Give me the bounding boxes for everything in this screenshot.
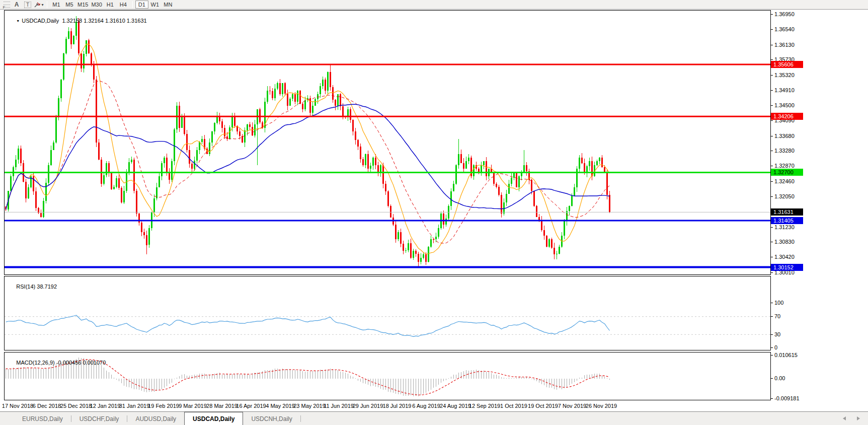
chart-tabbar: EURUSD,DailyUSDCHF,DailyAUDUSD,DailyUSDC… <box>0 411 868 425</box>
price-tick-label: 1.32460 <box>774 178 795 185</box>
rsi-axis-label: 70 <box>774 313 780 320</box>
date-label: 28 Mar 2019 <box>206 403 238 409</box>
macd-axis-label: 0.00 <box>774 375 785 382</box>
tab-usdcnh[interactable]: USDCNH,Daily <box>243 412 300 425</box>
symbol-period-label: USDCAD,Daily <box>22 18 59 24</box>
timeframe-button-m15[interactable]: M15 <box>76 1 90 9</box>
macd-signal-value: 0.001070 <box>83 360 106 366</box>
ohlc-high: 1.32164 <box>84 18 104 24</box>
rsi-axis-label: 100 <box>774 300 783 306</box>
rsi-line <box>6 315 610 336</box>
date-label: 19 Oct 2019 <box>528 403 558 409</box>
text-label-icon: A <box>15 1 19 8</box>
timeframe-button-w1[interactable]: W1 <box>148 1 162 9</box>
text-label-tool-button[interactable]: A <box>11 1 22 9</box>
price-tick-label: 1.34500 <box>774 102 795 109</box>
rsi-label: RSI(14) 38.7192 <box>7 277 57 296</box>
level-badge: 1.34206 <box>771 113 803 120</box>
date-label: 7 Nov 2019 <box>558 403 586 409</box>
level-badge: 1.35606 <box>771 61 803 68</box>
timeframe-button-m5[interactable]: M5 <box>63 1 76 9</box>
tab-usdcad[interactable]: USDCAD,Daily <box>184 412 243 425</box>
timeframe-group: M1M5M15M30H1H4 <box>50 1 130 9</box>
date-label: 12 Sep 2019 <box>469 403 500 409</box>
ohlc-close: 1.31631 <box>127 18 147 24</box>
fibonacci-icon: F <box>4 2 10 8</box>
rsi-line-layer <box>5 276 770 350</box>
tab-scroll-left-icon[interactable] <box>843 416 846 420</box>
tab-separator <box>300 415 301 422</box>
price-tick-label: 1.32050 <box>774 193 795 200</box>
toolbar: F A T ▾ M1M5M15M30H1H4 D1W1MN <box>0 0 868 10</box>
chart-title: ▼USDCAD,Daily 1.32158 1.32164 1.31610 1.… <box>7 12 147 30</box>
tab-eurusd[interactable]: EURUSD,Daily <box>14 412 71 425</box>
arrows-dropdown-caret[interactable]: ▾ <box>41 3 43 7</box>
date-label: 25 Dec 2018 <box>60 403 92 409</box>
macd-layer <box>5 352 770 400</box>
date-label: 18 Jul 2019 <box>383 403 412 409</box>
moving-average-10 <box>6 44 610 254</box>
ohlc-open: 1.32158 <box>62 18 82 24</box>
macd-axis-label: 0.010615 <box>774 352 798 359</box>
date-label: 4 May 2019 <box>266 403 294 409</box>
rsi-name: RSI(14) <box>16 284 35 290</box>
ohlc-low: 1.31610 <box>105 18 125 24</box>
price-tick-label: 1.36130 <box>774 42 795 48</box>
date-label: 31 Jan 2019 <box>119 403 150 409</box>
chart-menu-marker-icon[interactable]: ▼ <box>16 19 20 23</box>
date-label: 24 Aug 2019 <box>440 403 471 409</box>
date-label: 26 Nov 2019 <box>586 403 617 409</box>
price-tick-label: 1.34910 <box>774 87 795 94</box>
timeframe-button-h4[interactable]: H4 <box>117 1 130 9</box>
toolbar-separator <box>132 1 133 8</box>
date-label: 1 Oct 2019 <box>500 403 527 409</box>
timeframe-button-h1[interactable]: H1 <box>104 1 117 9</box>
date-label: 23 May 2019 <box>293 403 326 409</box>
timeframe-button-d1[interactable]: D1 <box>135 1 148 9</box>
timeframe-button-m1[interactable]: M1 <box>50 1 63 9</box>
time-axis[interactable]: 17 Nov 20186 Dec 201825 Dec 201812 Jan 2… <box>0 401 868 411</box>
text-box-icon: T <box>24 2 31 8</box>
price-tick-label: 1.30420 <box>774 254 795 260</box>
main-chart-panel[interactable]: ▼USDCAD,Daily 1.32158 1.32164 1.31610 1.… <box>4 10 771 275</box>
toolbar-separator <box>47 1 47 8</box>
date-label: 19 Feb 2019 <box>148 403 179 409</box>
rsi-value: 38.7192 <box>37 284 57 290</box>
price-tick-label: 1.31230 <box>774 224 795 231</box>
date-label: 17 Nov 2018 <box>2 403 33 409</box>
timeframe-button-m30[interactable]: M30 <box>90 1 103 9</box>
macd-value: -0.000456 <box>56 360 82 366</box>
timeframe-button-mn[interactable]: MN <box>162 1 175 9</box>
date-label: 11 Jun 2019 <box>324 403 354 409</box>
level-badge: 1.31405 <box>771 217 803 224</box>
macd-name: MACD(12,26,9) <box>16 360 54 366</box>
level-badge: 1.30152 <box>771 264 803 271</box>
rsi-panel[interactable]: RSI(14) 38.7192 <box>4 276 771 350</box>
tab-scroll-right-icon[interactable] <box>857 416 860 420</box>
date-label: 6 Aug 2019 <box>412 403 440 409</box>
tab-usdchf[interactable]: USDCHF,Daily <box>71 412 127 425</box>
candles-layer <box>5 11 770 274</box>
current-price-badge: 1.31631 <box>771 208 803 216</box>
timeframe-group: D1W1MN <box>135 1 175 9</box>
price-tick-label: 1.30830 <box>774 239 795 245</box>
chart-workspace: ▼USDCAD,Daily 1.32158 1.32164 1.31610 1.… <box>0 10 868 411</box>
date-label: 12 Jan 2019 <box>90 403 121 409</box>
price-tick-label: 1.33280 <box>774 148 795 154</box>
tab-audusd[interactable]: AUDUSD,Daily <box>127 412 184 425</box>
date-label: 9 Mar 2019 <box>179 403 207 409</box>
level-badge: 1.32700 <box>771 169 803 176</box>
rsi-axis-label: 30 <box>774 331 780 338</box>
fibonacci-tool-button[interactable]: F <box>0 1 11 9</box>
date-label: 6 Dec 2018 <box>33 403 61 409</box>
price-tick-label: 1.35320 <box>774 72 795 79</box>
date-label: 16 Apr 2019 <box>236 403 266 409</box>
arrows-tool-button[interactable]: ▾ <box>33 1 44 9</box>
macd-panel[interactable]: MACD(12,26,9) -0.000456 0.001070 <box>4 352 771 400</box>
price-tick-label: 1.36950 <box>774 11 795 18</box>
rsi-axis-label: 0 <box>774 344 777 351</box>
macd-label: MACD(12,26,9) -0.000456 0.001070 <box>7 353 106 372</box>
date-label: 29 Jun 2019 <box>353 403 383 409</box>
text-tool-button[interactable]: T <box>22 1 33 9</box>
arrows-icon <box>34 2 41 8</box>
